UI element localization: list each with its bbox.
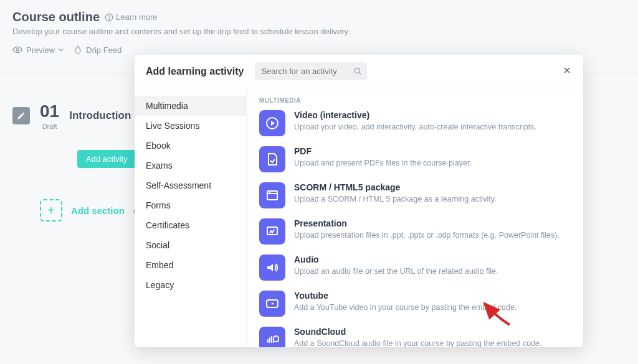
svg-point-3 — [355, 68, 360, 73]
activity-desc: Upload an audio file or set the URL of t… — [294, 266, 498, 278]
activity-desc: Upload a SCORM / HTML 5 package as a lea… — [294, 194, 496, 205]
sidebar-item-exams[interactable]: Exams — [135, 156, 246, 175]
activity-youtube[interactable]: YoutubeAdd a YouTube video in your cours… — [259, 291, 571, 317]
svg-point-2 — [16, 49, 19, 51]
activity-title: SoundCloud — [294, 327, 542, 337]
chevron-down-icon — [59, 47, 64, 52]
activity-video-interactive-[interactable]: Video (interactive)Upload your video, ad… — [259, 110, 571, 136]
help-icon — [105, 13, 113, 22]
activity-title: PDF — [294, 146, 472, 156]
audio-icon — [259, 254, 285, 281]
scorm-icon — [259, 182, 285, 208]
add-activity-modal: Add learning activity MultimediaLive Ses… — [135, 55, 583, 347]
drip-feed-button[interactable]: Drip Feed — [74, 45, 121, 55]
pdf-icon — [259, 146, 285, 172]
sidebar-item-multimedia[interactable]: Multimedia — [135, 96, 246, 116]
preview-button[interactable]: Preview — [12, 45, 64, 55]
activity-audio[interactable]: AudioUpload an audio file or set the URL… — [259, 254, 571, 281]
preview-label: Preview — [26, 45, 55, 55]
activity-pdf[interactable]: PDFUpload and present PDFs files in the … — [259, 146, 571, 172]
add-section-button[interactable]: Add section — [71, 205, 125, 216]
add-section-box[interactable]: + — [40, 199, 62, 222]
svg-point-1 — [109, 19, 110, 20]
sidebar-item-social[interactable]: Social — [135, 235, 246, 255]
svg-rect-5 — [267, 191, 277, 200]
activity-desc: Upload presentation files in .ppt, .pptx… — [294, 230, 559, 241]
drop-icon — [74, 45, 82, 54]
activity-title: Youtube — [294, 291, 517, 301]
modal-sidebar: MultimediaLive SessionsEbookExamsSelf-As… — [135, 88, 247, 347]
learn-more-label: Learn more — [116, 12, 157, 22]
sc-icon — [259, 327, 285, 347]
section-number: 01 — [40, 101, 59, 121]
activity-title: Audio — [294, 254, 498, 264]
modal-content: MULTIMEDIA Video (interactive)Upload you… — [247, 88, 583, 347]
section-status: Draft — [42, 123, 57, 130]
sidebar-item-embed[interactable]: Embed — [135, 255, 246, 275]
edit-section-button[interactable] — [12, 107, 30, 124]
close-button[interactable] — [562, 65, 572, 78]
pencil-icon — [17, 111, 26, 120]
activity-title: SCORM / HTML5 package — [294, 182, 496, 192]
sidebar-item-ebook[interactable]: Ebook — [135, 136, 246, 156]
activity-presentation[interactable]: PresentationUpload presentation files in… — [259, 218, 571, 245]
page-title: Course outline — [12, 10, 100, 24]
add-activity-button[interactable]: Add activity — [77, 150, 136, 168]
plus-icon: + — [47, 203, 55, 218]
content-section-label: MULTIMEDIA — [259, 97, 571, 104]
activity-title: Presentation — [294, 218, 559, 228]
sidebar-item-forms[interactable]: Forms — [135, 195, 246, 215]
learn-more-link[interactable]: Learn more — [105, 12, 157, 22]
search-icon — [353, 67, 362, 75]
sidebar-item-self-assessment[interactable]: Self-Assessment — [135, 175, 246, 195]
sidebar-item-legacy[interactable]: Legacy — [135, 275, 246, 295]
activity-desc: Upload your video, add interactivity, au… — [294, 122, 536, 133]
activity-title: Video (interactive) — [294, 110, 536, 120]
modal-title: Add learning activity — [146, 66, 244, 77]
eye-icon — [12, 45, 22, 55]
play-icon — [259, 110, 285, 136]
activity-desc: Add a YouTube video in your course by pa… — [294, 302, 517, 314]
sidebar-item-live-sessions[interactable]: Live Sessions — [135, 116, 246, 136]
section-name: Introduction — [69, 110, 131, 122]
close-icon — [562, 65, 572, 75]
sidebar-item-certificates[interactable]: Certificates — [135, 215, 246, 235]
drip-feed-label: Drip Feed — [86, 45, 121, 55]
search-input[interactable] — [255, 62, 367, 80]
activity-desc: Upload and present PDFs files in the cou… — [294, 158, 472, 169]
pres-icon — [259, 218, 285, 245]
page-subtitle: Develop your course outline and contents… — [12, 27, 626, 36]
activity-scorm-html5-package[interactable]: SCORM / HTML5 packageUpload a SCORM / HT… — [259, 182, 571, 208]
activity-desc: Add a SoundCloud audio file in your cour… — [294, 338, 542, 347]
yt-icon — [259, 291, 285, 317]
activity-soundcloud[interactable]: SoundCloudAdd a SoundCloud audio file in… — [259, 327, 571, 347]
